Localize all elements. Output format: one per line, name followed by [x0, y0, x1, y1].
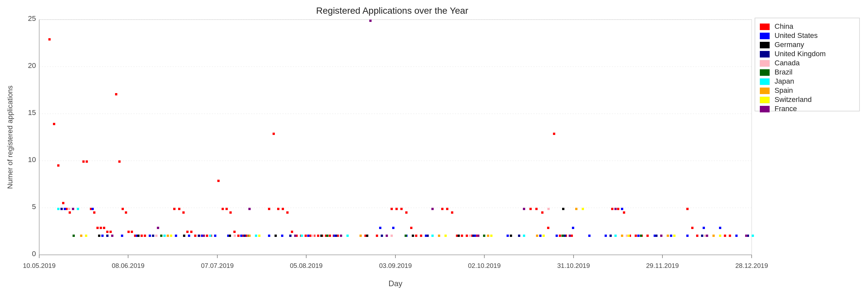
data-point — [160, 235, 162, 237]
data-point — [686, 235, 689, 237]
data-point — [712, 235, 715, 237]
legend-canada-icon — [760, 60, 770, 67]
data-point — [444, 235, 447, 237]
data-point — [281, 235, 283, 237]
data-point — [487, 235, 489, 237]
data-point — [203, 235, 205, 237]
data-point — [735, 235, 738, 237]
data-point — [670, 235, 672, 237]
data-point — [163, 235, 166, 237]
data-point — [106, 231, 108, 233]
data-point — [518, 235, 520, 237]
legend-uk-icon — [760, 51, 770, 58]
data-point — [477, 235, 479, 237]
data-point — [346, 235, 349, 237]
data-point — [68, 208, 70, 210]
data-point — [268, 208, 270, 210]
data-point — [553, 133, 555, 135]
svg-text:05.08.2019: 05.08.2019 — [290, 262, 322, 269]
data-point — [329, 235, 331, 237]
data-point — [490, 235, 493, 237]
data-point — [523, 208, 525, 210]
data-point — [610, 235, 612, 237]
data-point — [719, 235, 721, 237]
data-point — [240, 235, 243, 237]
data-point — [510, 235, 512, 237]
data-point — [623, 211, 625, 214]
data-point — [317, 235, 319, 237]
data-point — [225, 208, 228, 210]
legend-us-icon — [760, 33, 770, 39]
chart-title: Registered Applications over the Year — [316, 5, 468, 16]
data-point — [60, 208, 63, 210]
data-point — [696, 235, 699, 237]
data-point — [691, 227, 693, 229]
data-point — [391, 208, 393, 210]
data-point — [745, 235, 747, 237]
data-point — [62, 202, 64, 204]
legend-switzerland-label: Switzerland — [775, 95, 812, 104]
data-point — [149, 235, 151, 237]
data-point — [570, 235, 573, 237]
data-point — [118, 160, 121, 163]
legend-canada-label: Canada — [775, 59, 800, 67]
data-point — [472, 235, 474, 237]
data-point — [244, 235, 246, 237]
data-point — [170, 235, 172, 237]
data-point — [655, 235, 657, 237]
data-point — [282, 208, 284, 210]
data-point — [559, 235, 561, 237]
data-point — [415, 235, 417, 237]
data-point — [547, 227, 549, 229]
data-point — [131, 231, 133, 233]
data-point — [535, 208, 537, 210]
data-point — [529, 208, 532, 210]
legend-germany-label: Germany — [775, 40, 804, 49]
data-point — [198, 235, 200, 237]
data-point — [175, 235, 177, 237]
legend-china-icon — [760, 24, 770, 30]
data-point — [719, 227, 721, 229]
data-point — [701, 235, 703, 237]
data-point — [190, 231, 192, 233]
data-point — [183, 235, 185, 237]
data-point — [111, 235, 114, 237]
data-point — [621, 235, 623, 237]
legend-france-label: France — [775, 104, 797, 113]
data-point — [523, 235, 525, 237]
legend-brazil-icon — [760, 69, 770, 76]
data-point — [72, 208, 74, 210]
data-point — [617, 208, 619, 210]
data-point — [82, 160, 85, 163]
legend-uk-label: United Kingdom — [775, 50, 826, 58]
data-point — [255, 235, 257, 237]
data-point — [569, 235, 571, 237]
data-point — [100, 227, 102, 229]
data-point — [268, 235, 270, 237]
data-point — [724, 235, 726, 237]
data-point — [307, 235, 309, 237]
svg-text:25: 25 — [28, 14, 36, 23]
data-point — [237, 235, 240, 237]
data-point — [178, 208, 180, 210]
data-point — [381, 235, 383, 237]
data-point — [222, 208, 224, 210]
data-point — [96, 227, 99, 229]
data-point — [291, 231, 293, 233]
data-point — [542, 235, 545, 237]
data-point — [248, 208, 251, 210]
data-point — [248, 235, 251, 237]
data-point — [286, 211, 288, 214]
data-point — [214, 235, 216, 237]
data-point — [506, 235, 509, 237]
data-point — [461, 235, 463, 237]
data-point — [556, 235, 558, 237]
data-point — [660, 235, 662, 237]
legend-spain-icon — [760, 88, 770, 94]
svg-text:07.07.2019: 07.07.2019 — [201, 262, 234, 269]
data-point — [420, 235, 422, 237]
data-point — [366, 235, 368, 237]
data-point — [122, 208, 124, 210]
legend-brazil-label: Brazil — [775, 68, 793, 76]
data-point — [98, 235, 100, 237]
